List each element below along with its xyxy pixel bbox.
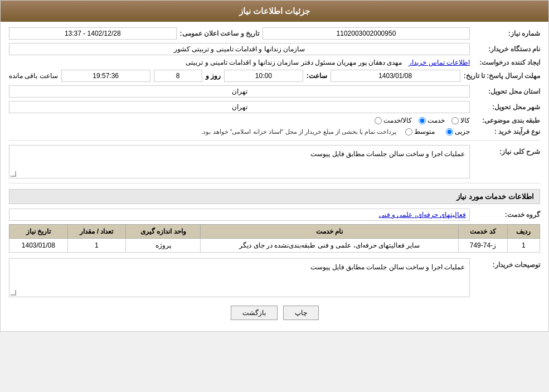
col-quantity: تعداد / مقدار xyxy=(67,225,126,239)
resize-handle[interactable] xyxy=(11,171,16,177)
category-khadamat-label: خدمت xyxy=(427,117,445,124)
col-service-name: نام خدمت xyxy=(201,225,459,239)
category-kala-khadamat-radio[interactable] xyxy=(375,117,382,124)
description-box: عملیات اجرا و ساخت سالن جلسات مطابق فایل… xyxy=(9,145,470,178)
buttons-row: چاپ بازگشت xyxy=(9,306,540,320)
purchase-type-jozyi-radio[interactable] xyxy=(446,128,453,135)
city-row: شهر محل تحویل: تهران xyxy=(9,101,540,113)
buyer-desc-resize-handle[interactable] xyxy=(11,290,16,296)
need-number-row: شماره نیاز: 1102003002000950 تاریخ و ساع… xyxy=(9,27,540,40)
services-section: اطلاعات خدمات مورد نیاز گروه خدمت: فعالی… xyxy=(9,189,540,253)
purchase-type-jozyi-label: جزیی xyxy=(455,128,470,135)
category-radio-group: کالا/خدمت خدمت کالا xyxy=(375,117,470,124)
category-option-kala: کالا xyxy=(451,117,470,124)
deadline-row: مهلت ارسال پاسخ: تا تاریخ: 1403/01/08 سا… xyxy=(9,70,540,82)
purchase-type-motavasset-label: متوسط xyxy=(414,128,435,135)
need-number-value: 1102003002000950 xyxy=(263,27,470,40)
category-kala-khadamat-label: کالا/خدمت xyxy=(383,117,412,124)
content-area: شماره نیاز: 1102003002000950 تاریخ و ساع… xyxy=(1,22,548,331)
page-header: جزئیات اطلاعات نیاز xyxy=(1,1,548,22)
category-kala-radio[interactable] xyxy=(451,117,459,124)
deadline-day-label: روز و xyxy=(206,72,221,80)
buyer-desc-label: توصیحات خریدار: xyxy=(473,258,540,269)
page-wrapper: جزئیات اطلاعات نیاز شماره نیاز: 11020030… xyxy=(0,0,549,332)
col-date: تاریخ نیاز xyxy=(9,225,68,239)
service-group-row: گروه خدمت: فعالیتهای حرفه‌ای، علمی و فنی xyxy=(9,209,540,221)
province-row: استان محل تحویل: تهران xyxy=(9,85,540,98)
col-unit: واحد اندازه گیری xyxy=(126,225,201,239)
col-row-num: ردیف xyxy=(507,225,540,239)
buyer-org-value: سازمان زندانها و اقدامات تامینی و تربیتی… xyxy=(9,43,470,55)
purchase-type-motavasset-radio[interactable] xyxy=(405,128,412,135)
province-label: استان محل تحویل: xyxy=(473,88,540,95)
category-option-khadamat: خدمت xyxy=(419,117,445,124)
service-group-value[interactable]: فعالیتهای حرفه‌ای، علمی و فنی xyxy=(9,209,470,221)
print-button[interactable]: چاپ xyxy=(283,306,319,320)
category-label: طبقه بندی موضوعی: xyxy=(473,117,540,124)
divider-1 xyxy=(9,140,540,141)
divider-2 xyxy=(9,183,540,183)
deadline-date: 1403/01/08 xyxy=(331,70,460,82)
deadline-time: 10:00 xyxy=(224,70,303,82)
table-cell: 1 xyxy=(67,239,126,253)
category-option-kala-khadamat: کالا/خدمت xyxy=(375,117,412,124)
creator-label: ایجاد کننده درخواست: xyxy=(473,59,540,66)
description-row: شرح کلی نیاز: عملیات اجرا و ساخت سالن جل… xyxy=(9,145,540,178)
category-kala-label: کالا xyxy=(460,117,470,124)
city-label: شهر محل تحویل: xyxy=(473,103,540,111)
page-title: جزئیات اطلاعات نیاز xyxy=(239,6,310,16)
purchase-type-motavasset: متوسط xyxy=(405,128,435,135)
table-cell: ز-74-749 xyxy=(459,239,507,253)
description-label: شرح کلی نیاز: xyxy=(473,145,540,156)
deadline-label: مهلت ارسال پاسخ: تا تاریخ: xyxy=(464,72,540,80)
deadline-remaining-label: ساعت باقی مانده xyxy=(9,72,58,80)
table-cell: سایر فعالیتهای حرفه‌ای، علمی و فنی طبقه‌… xyxy=(201,239,459,253)
province-value: تهران xyxy=(9,85,470,98)
city-value: تهران xyxy=(9,101,470,113)
category-khadamat-radio[interactable] xyxy=(419,117,426,124)
table-row: 1ز-74-749سایر فعالیتهای حرفه‌ای، علمی و … xyxy=(9,239,540,253)
creator-row: ایجاد کننده درخواست: اطلاعات تماس خریدار… xyxy=(9,59,540,66)
purchase-type-group: متوسط جزیی xyxy=(405,128,470,135)
services-table: ردیف کد خدمت نام خدمت واحد اندازه گیری ت… xyxy=(9,224,540,253)
creator-value: مهدی دهقان پور مهریان مسئول دفتر سازمان … xyxy=(9,59,405,66)
back-button[interactable]: بازگشت xyxy=(231,306,278,320)
buyer-desc-box: عملیات اجرا و ساخت سالن جلسات مطابق فایل… xyxy=(9,258,470,297)
deadline-time-label: ساعت: xyxy=(307,72,327,80)
category-row: طبقه بندی موضوعی: کالا/خدمت خدمت کالا xyxy=(9,117,540,124)
announce-date-label: تاریخ و ساعت اعلان عمومی: xyxy=(180,30,259,37)
purchase-type-label: نوع فرآیند خرید : xyxy=(473,128,540,135)
announce-date-value: 1402/12/28 - 13:37 xyxy=(9,27,177,40)
deadline-days: 8 xyxy=(154,70,202,82)
deadline-remaining: 19:57:36 xyxy=(61,70,150,82)
buyer-org-label: نام دستگاه خریدار: xyxy=(473,45,540,53)
table-header-row: ردیف کد خدمت نام خدمت واحد اندازه گیری ت… xyxy=(9,225,540,239)
service-group-label: گروه خدمت: xyxy=(473,211,540,219)
purchase-type-row: نوع فرآیند خرید : متوسط جزیی پرداخت تمام… xyxy=(9,128,540,135)
table-cell: پروژه xyxy=(126,239,201,253)
description-value: عملیات اجرا و ساخت سالن جلسات مطابق فایل… xyxy=(310,150,465,158)
buyer-desc-value: عملیات اجرا و ساخت سالن جلسات مطابق فایل… xyxy=(310,263,465,271)
buyer-desc-row: توصیحات خریدار: عملیات اجرا و ساخت سالن … xyxy=(9,258,540,297)
col-service-code: کد خدمت xyxy=(459,225,507,239)
services-title: اطلاعات خدمات مورد نیاز xyxy=(9,189,540,204)
buyer-org-row: نام دستگاه خریدار: سازمان زندانها و اقدا… xyxy=(9,43,540,55)
need-number-label: شماره نیاز: xyxy=(473,30,540,37)
table-cell: 1403/01/08 xyxy=(9,239,68,253)
table-cell: 1 xyxy=(507,239,540,253)
creator-link[interactable]: اطلاعات تماس خریدار xyxy=(409,59,470,66)
purchase-type-jozyi: جزیی xyxy=(446,128,470,135)
purchase-type-note: پرداخت تمام یا بخشی از مبلغ خریدار از مح… xyxy=(201,128,396,135)
